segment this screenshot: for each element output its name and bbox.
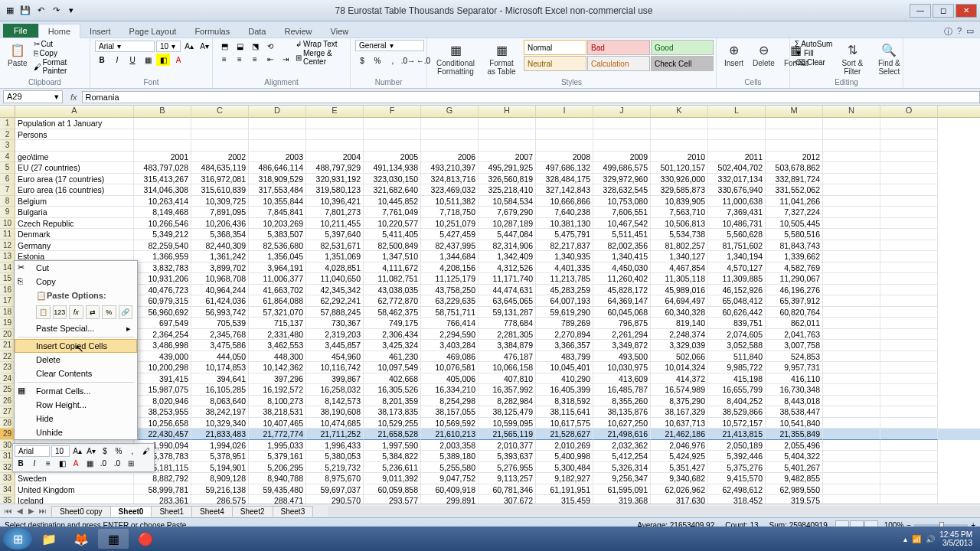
cell[interactable]: 16,485,787: [593, 384, 651, 396]
cell[interactable]: 7,606,551: [593, 207, 651, 218]
paste-values-icon[interactable]: 123: [53, 305, 67, 319]
cell[interactable]: 2008: [536, 152, 593, 163]
cell[interactable]: [880, 162, 938, 174]
cell[interactable]: [880, 240, 938, 252]
cell[interactable]: 4,401,335: [536, 262, 593, 274]
cell[interactable]: 5,206,295: [249, 462, 306, 474]
cell[interactable]: 5,380,053: [306, 451, 364, 462]
cell[interactable]: 439,000: [134, 351, 191, 363]
cell[interactable]: [823, 184, 880, 196]
cell[interactable]: 2009: [593, 152, 651, 163]
mini-percent[interactable]: %: [113, 445, 125, 457]
cell[interactable]: 16,574,989: [651, 384, 708, 396]
cell[interactable]: 283,361: [134, 495, 191, 504]
cell[interactable]: 324,813,716: [421, 174, 479, 185]
cell[interactable]: 59,435,480: [249, 484, 306, 496]
cell[interactable]: 2,074,605: [708, 329, 766, 341]
cell[interactable]: 318,452: [708, 495, 766, 504]
cell[interactable]: 61,864,088: [249, 295, 306, 307]
cell[interactable]: 307,672: [479, 495, 536, 504]
orientation-button[interactable]: ⟲: [263, 40, 277, 52]
cell[interactable]: 10,541,840: [766, 418, 823, 429]
mini-font-dropdown[interactable]: Arial: [15, 445, 50, 457]
cell[interactable]: 59,619,290: [536, 307, 593, 318]
cell[interactable]: 22,430,457: [134, 429, 191, 440]
cell[interactable]: [880, 174, 938, 185]
border-button[interactable]: ▦: [141, 54, 155, 66]
cell[interactable]: 10,076,581: [421, 362, 479, 373]
cell[interactable]: 323,469,032: [421, 184, 479, 196]
cell[interactable]: 10,637,713: [651, 418, 708, 429]
cell[interactable]: 397,296: [249, 373, 306, 385]
cell[interactable]: 10,505,445: [766, 218, 823, 230]
cell[interactable]: 8,254,298: [421, 396, 479, 407]
cell[interactable]: 715,137: [249, 318, 306, 329]
ctx-cut[interactable]: ✂Cut: [15, 261, 137, 275]
cell[interactable]: 9,047,752: [421, 473, 479, 484]
cell[interactable]: 778,684: [479, 318, 536, 329]
column-header-A[interactable]: A: [15, 106, 134, 117]
cell[interactable]: [880, 373, 938, 385]
cell[interactable]: [823, 240, 880, 252]
cell[interactable]: 11,171,740: [479, 273, 536, 285]
cell[interactable]: 10,968,708: [191, 273, 249, 285]
cell[interactable]: 4,312,526: [479, 262, 536, 274]
currency-button[interactable]: $: [355, 54, 369, 67]
cell[interactable]: 21,498,616: [593, 429, 651, 440]
cell[interactable]: 38,115,641: [536, 406, 593, 418]
cell[interactable]: 10,486,731: [708, 218, 766, 230]
file-tab[interactable]: File: [3, 24, 38, 37]
cell[interactable]: 9,340,682: [651, 473, 708, 484]
cell[interactable]: 2,055,496: [766, 440, 823, 452]
excel-icon[interactable]: ▦: [3, 4, 17, 18]
cell[interactable]: 394,641: [191, 373, 249, 385]
cell[interactable]: 315,610,839: [191, 184, 249, 196]
cell[interactable]: [479, 118, 536, 129]
ctx-hide[interactable]: Hide: [15, 412, 137, 425]
cell[interactable]: United Kingdom: [15, 484, 134, 496]
tray-volume-icon[interactable]: 🔊: [926, 535, 935, 543]
cell[interactable]: [880, 285, 938, 296]
cell[interactable]: [479, 140, 536, 152]
column-header-E[interactable]: E: [306, 106, 364, 117]
row-header[interactable]: 11: [0, 229, 15, 240]
cell[interactable]: 16,405,399: [536, 384, 593, 396]
cut-button[interactable]: ✂Cut: [34, 40, 85, 48]
cell[interactable]: [880, 152, 938, 163]
cell[interactable]: 484,635,119: [191, 162, 249, 174]
row-header[interactable]: 9: [0, 207, 15, 218]
ctx-clear-contents[interactable]: Clear Contents: [15, 367, 137, 380]
taskbar-explorer[interactable]: 📁: [34, 529, 64, 549]
conditional-formatting-button[interactable]: ▦Conditional Formatting: [432, 40, 479, 77]
mini-grow-font[interactable]: A▴: [71, 445, 83, 457]
row-header[interactable]: 13: [0, 251, 15, 262]
cell[interactable]: 46,152,926: [708, 285, 766, 296]
row-header[interactable]: 19: [0, 318, 15, 329]
cell[interactable]: 1,340,415: [593, 251, 651, 262]
row-header[interactable]: 29: [0, 429, 15, 440]
cell[interactable]: 1,366,959: [134, 251, 191, 262]
cell[interactable]: 5,375,276: [708, 462, 766, 474]
fill-button[interactable]: ▼Fill: [795, 49, 832, 57]
cell[interactable]: 316,972,081: [191, 174, 249, 185]
column-header-N[interactable]: N: [823, 106, 880, 117]
cell[interactable]: 9,482,855: [766, 473, 823, 484]
cell[interactable]: 38,242,197: [191, 406, 249, 418]
cell[interactable]: Iceland: [15, 495, 134, 504]
cell[interactable]: Euro area (17 countries): [15, 174, 134, 185]
cell[interactable]: [421, 140, 479, 152]
cell[interactable]: 399,867: [306, 373, 364, 385]
cell[interactable]: 819,140: [651, 318, 708, 329]
cell[interactable]: 5,351,427: [651, 462, 708, 474]
cell[interactable]: 511,840: [708, 351, 766, 363]
cell[interactable]: 16,105,285: [191, 384, 249, 396]
cell[interactable]: [134, 129, 191, 141]
cell[interactable]: 38,135,876: [593, 406, 651, 418]
sort-filter-button[interactable]: ⇅Sort & Filter: [835, 40, 869, 77]
sheet-tab[interactable]: Sheet0: [110, 506, 152, 517]
cell[interactable]: EU (27 countries): [15, 162, 134, 174]
cell[interactable]: 476,187: [479, 351, 536, 363]
cell[interactable]: 8,940,788: [249, 473, 306, 484]
sheet-nav-last[interactable]: ⏭: [38, 507, 48, 515]
cell[interactable]: [823, 118, 880, 129]
